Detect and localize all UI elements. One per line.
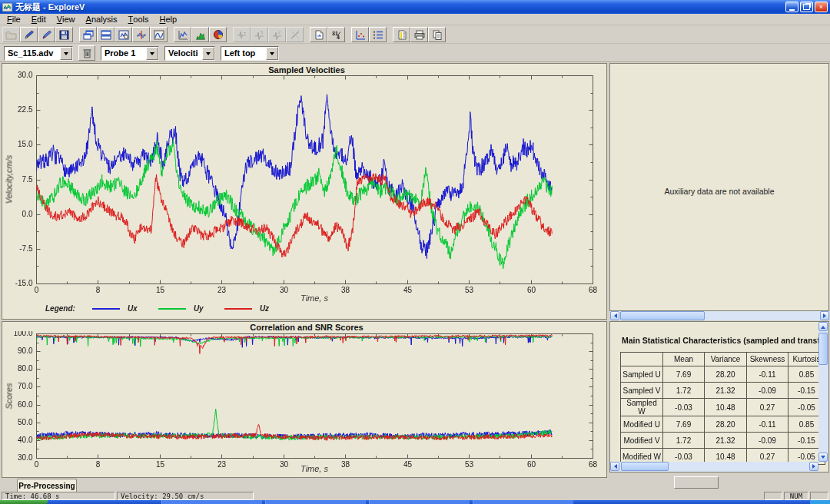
stats-table: MeanVarianceSkewnessKurtosisSampled U7.6… [620, 352, 825, 465]
table-row: Modified V1.7221.32-0.09-0.15 [621, 433, 825, 449]
minimize-button[interactable] [785, 2, 798, 12]
scores-x-axis-label: Time, s [18, 464, 611, 473]
aux-horizontal-scrollbar[interactable] [610, 311, 829, 320]
legend-position-select[interactable]: Left top [221, 46, 279, 61]
menu-help[interactable]: Help [154, 14, 182, 25]
pie-chart-icon[interactable] [209, 27, 227, 42]
stats-cell: 0.27 [747, 399, 788, 416]
windows-taskbar[interactable] [0, 500, 830, 504]
velocity-y-axis-label: Velocity,cm/s [5, 138, 15, 222]
stats-cell: 21.32 [705, 383, 747, 399]
auxiliary-data-message: Auxiliary data are not available [610, 187, 828, 196]
chevron-down-icon[interactable] [202, 47, 214, 60]
pane-scroll-thumb[interactable] [674, 476, 719, 489]
app-icon [2, 2, 13, 12]
stats-cell: 28.20 [705, 416, 747, 433]
menu-edit[interactable]: Edit [26, 14, 51, 25]
probe-select[interactable]: Probe 1 [101, 46, 159, 61]
taskbar-button[interactable] [369, 500, 470, 504]
file-select[interactable]: Sc_115.adv [4, 46, 73, 61]
despike-phase-icon: 5 [251, 27, 268, 42]
stats-row-label: Modified V [621, 433, 663, 449]
start-button[interactable] [0, 500, 48, 504]
menu-analysis[interactable]: Analysis [81, 14, 123, 25]
scroll-left-icon[interactable] [610, 462, 619, 471]
scroll-up-icon[interactable] [818, 322, 828, 331]
open-file-icon [2, 27, 20, 42]
tile-windows-icon[interactable] [97, 27, 115, 42]
scroll-right-icon[interactable] [809, 462, 818, 471]
legend-label-uz: Uz [260, 304, 274, 313]
cursor-chart-icon[interactable] [132, 27, 150, 42]
tab-pre-processing[interactable]: Pre-Processing [17, 479, 77, 492]
axis-points-icon[interactable] [351, 27, 369, 42]
legend-label-uy: Uy [194, 304, 208, 313]
list-report-icon[interactable] [369, 27, 387, 42]
svg-text:4: 4 [337, 35, 340, 40]
title-bar: 无标题 - ExploreV × [0, 0, 830, 14]
overlay-chart-icon[interactable] [150, 27, 168, 42]
despike-accel-icon [233, 27, 251, 42]
restore-button[interactable] [800, 2, 813, 12]
status-num-lock: NUM [784, 492, 808, 500]
stats-horizontal-scrollbar[interactable] [610, 462, 818, 472]
stats-header [621, 353, 663, 366]
tab-label: Pre-Processing [18, 482, 75, 490]
histogram-icon[interactable] [191, 27, 209, 42]
stats-cell: 1.72 [663, 383, 705, 399]
tab-strip: Pre-Processing [2, 478, 607, 492]
mode-select-value: Velociti [165, 48, 201, 58]
menu-view[interactable]: View [51, 14, 81, 25]
copy-icon[interactable] [428, 27, 446, 42]
taskbar-button[interactable] [161, 500, 262, 504]
zoom-chart-icon[interactable] [115, 27, 132, 42]
taskbar-button[interactable] [473, 500, 573, 504]
mode-select[interactable]: Velociti [164, 46, 215, 61]
legend-line-ux [92, 308, 120, 310]
svg-text:5: 5 [261, 30, 264, 35]
chevron-down-icon[interactable] [266, 47, 278, 60]
stats-row-label: Sampled V [621, 383, 663, 399]
stats-row-label: Modified U [621, 416, 663, 433]
status-pane-2 [810, 492, 828, 500]
line-plot-icon[interactable] [174, 27, 191, 42]
probe-select-value: Probe 1 [101, 48, 138, 58]
print-icon[interactable] [410, 27, 428, 42]
scores-chart-canvas[interactable] [2, 331, 606, 472]
menu-bar: FileEditViewAnalysisToolsHelp [0, 14, 830, 25]
menu-tools[interactable]: Tools [123, 14, 154, 25]
edit-probe-pen-icon[interactable] [38, 27, 55, 42]
scroll-down-icon[interactable] [818, 453, 828, 462]
stats-cell: -0.11 [747, 416, 788, 433]
close-button[interactable]: × [815, 2, 828, 12]
scores-y-axis-label: Scores [5, 354, 15, 439]
legend-label-ux: Ux [128, 304, 141, 313]
chevron-down-icon[interactable] [60, 47, 72, 60]
menu-file[interactable]: File [2, 14, 26, 25]
summary-doc-icon[interactable] [393, 27, 410, 42]
scroll-right-icon[interactable] [820, 311, 829, 320]
stats-cell: -0.09 [747, 383, 788, 399]
scrollbar-thumb[interactable] [818, 333, 828, 365]
status-time: Time: 46.68 s [2, 492, 115, 500]
right-pane-scroll-strip [609, 474, 830, 492]
statistics-panel: Main Statistical Characteristics (sample… [609, 321, 829, 472]
transform-page-icon[interactable] [310, 27, 327, 42]
despike-corr-icon: 2 [268, 27, 286, 42]
scrollbar-thumb[interactable] [620, 311, 705, 320]
table-row: Modified U7.6928.20-0.110.85 [621, 416, 825, 433]
explorev-window: 无标题 - ExploreV × FileEditViewAnalysisToo… [0, 0, 830, 504]
decimal-format-icon[interactable]: 314 [327, 27, 345, 42]
velocity-chart-canvas[interactable] [2, 65, 606, 307]
stats-vertical-scrollbar[interactable] [818, 322, 828, 462]
scroll-left-icon[interactable] [610, 311, 619, 320]
stats-cell: -0.03 [663, 399, 705, 416]
scrollbar-thumb[interactable] [621, 462, 669, 471]
taskbar-button[interactable] [265, 500, 366, 504]
legend: Legend: UxUyUz [45, 304, 274, 313]
save-file-icon[interactable] [55, 27, 73, 42]
delete-file-button[interactable] [78, 45, 95, 61]
edit-config-pen-icon[interactable] [20, 27, 38, 42]
cascade-windows-icon[interactable] [79, 27, 97, 42]
chevron-down-icon[interactable] [146, 47, 158, 60]
